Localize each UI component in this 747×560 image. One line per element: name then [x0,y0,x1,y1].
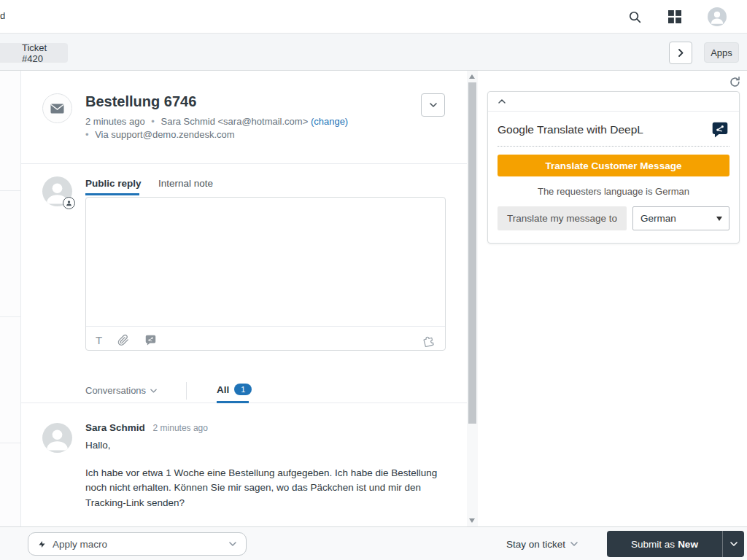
customer-avatar [42,423,72,453]
translate-app-button[interactable] [144,334,157,346]
submit-label-prefix: Submit as [631,539,675,550]
apps-button-label: Apps [711,47,732,58]
user-avatar-icon [708,7,727,26]
stay-on-ticket-label: Stay on ticket [506,539,565,550]
zendesk-agent-workspace: d Ticket #420 [0,0,747,560]
active-tab-underline [85,193,139,195]
requester-email: Sara Schmid <sara@hotmail.com> [160,116,308,127]
message-body: Ich habe vor etwa 1 Woche eine Bestellun… [85,466,448,510]
collapse-app-row[interactable] [488,92,739,112]
chevron-up-icon [498,99,506,104]
apps-button[interactable]: Apps [704,42,739,63]
translate-customer-message-button[interactable]: Translate Customer Message [498,155,729,176]
chevron-right-icon [678,49,684,57]
truncated-brand-text: d [0,10,5,21]
message-greeting: Hallo, [85,440,111,451]
meta-separator: • [85,129,89,140]
search-button[interactable] [628,10,642,24]
chevron-down-icon [430,103,437,107]
apply-macro-label: Apply macro [53,539,107,550]
submit-as-new-button[interactable]: Submit as New [607,531,722,557]
text-format-icon: T [96,334,102,346]
strip-divider [0,443,20,443]
scrollbar-down-arrow[interactable] [469,518,475,523]
chevron-down-icon [150,389,157,393]
scrollbar-thumb[interactable] [468,82,476,424]
paperclip-icon [117,334,129,346]
composer-apps-button[interactable] [422,333,436,347]
deepl-bubble-icon [144,334,157,346]
chevron-down-icon [570,542,578,546]
attach-file-button[interactable] [117,334,129,346]
profile-menu-button[interactable] [708,7,727,26]
refresh-apps-button[interactable] [729,76,741,88]
tab-internal-note[interactable]: Internal note [158,178,213,189]
end-user-badge-icon [63,197,75,209]
search-icon [628,10,642,24]
puzzle-piece-icon [422,333,436,347]
composer-toolbar: T [86,326,445,353]
language-select[interactable]: German [632,206,729,230]
tab-public-reply[interactable]: Public reply [85,178,142,189]
topbar-actions [628,0,727,34]
top-navigation-bar: d [0,0,747,34]
submit-status-value: New [678,539,698,550]
vertical-divider [186,382,187,400]
ticket-header-options-button[interactable] [421,93,445,117]
ticket-tab-label: Ticket #420 [22,42,68,64]
lightning-bolt-icon [38,539,46,550]
reply-textarea[interactable] [86,198,445,323]
ticket-meta-line-1: 2 minutes ago • Sara Schmid <sara@hotmai… [85,116,348,127]
envelope-icon [50,104,64,114]
filter-all-tab[interactable]: All 1 [217,384,252,395]
ticket-tab[interactable]: Ticket #420 [0,43,68,63]
conversations-dropdown[interactable]: Conversations [85,385,157,396]
composer-box: T [85,197,446,351]
strip-divider [0,190,20,191]
ticket-meta-line-2: • Via support@demo.zendesk.com [85,129,235,140]
dotted-divider [498,146,729,147]
change-requester-link[interactable]: (change) [311,116,348,127]
grid-icon [668,10,681,23]
translate-controls: Translate my message to German [498,206,729,230]
message-timestamp: 2 minutes ago [153,423,208,433]
app-title: Google Translate with DeepL [498,123,643,136]
content-area: Bestellung 6746 2 minutes ago • Sara Sch… [0,71,747,526]
conversations-filter-bar: Conversations All 1 [21,379,467,403]
text-format-button[interactable]: T [96,334,102,346]
ticket-tab-bar: Ticket #420 Apps [0,34,747,71]
chevron-down-icon [730,542,738,546]
translate-my-message-button[interactable]: Translate my message to [498,206,627,230]
apply-macro-combobox[interactable]: Apply macro [28,532,247,556]
filter-all-label: All [217,384,229,395]
requester-language-note: The requesters language is German [488,186,739,197]
app-title-row: Google Translate with DeepL [488,112,739,146]
conversation-message: Sara Schmid 2 minutes ago Hallo, Ich hab… [21,403,467,526]
stay-on-ticket-dropdown[interactable]: Stay on ticket [506,527,578,560]
conversations-dropdown-label: Conversations [85,385,146,396]
select-arrow-icon [716,217,722,221]
ticket-header: Bestellung 6746 2 minutes ago • Sara Sch… [21,71,467,164]
main-scrollbar[interactable] [467,71,478,526]
language-select-value: German [640,213,676,224]
translate-app-card: Google Translate with DeepL Translate Cu… [487,91,740,244]
message-author: Sara Schmid [85,422,145,433]
submit-options-button[interactable] [723,531,744,557]
ticket-main-column: Bestellung 6746 2 minutes ago • Sara Sch… [21,71,467,526]
refresh-icon [729,76,741,88]
channel-avatar [42,93,72,123]
meta-separator: • [151,116,155,127]
chevron-down-icon [229,542,236,546]
ticket-footer-bar: Apply macro Stay on ticket Submit as New [0,526,747,560]
product-switcher-button[interactable] [668,10,681,23]
collapsed-ticket-properties-strip[interactable] [0,71,21,526]
apps-side-panel: Google Translate with DeepL Translate Cu… [478,71,747,526]
via-channel-text: Via support@demo.zendesk.com [95,129,234,140]
scrollbar-up-arrow[interactable] [469,74,475,79]
reply-composer: Public reply Internal note T [21,164,467,379]
message-header: Sara Schmid 2 minutes ago [85,422,208,433]
deepl-logo-icon [711,120,729,139]
conversation-count-badge: 1 [234,384,252,395]
next-tab-button[interactable] [669,42,692,64]
ticket-timestamp: 2 minutes ago [85,116,145,127]
